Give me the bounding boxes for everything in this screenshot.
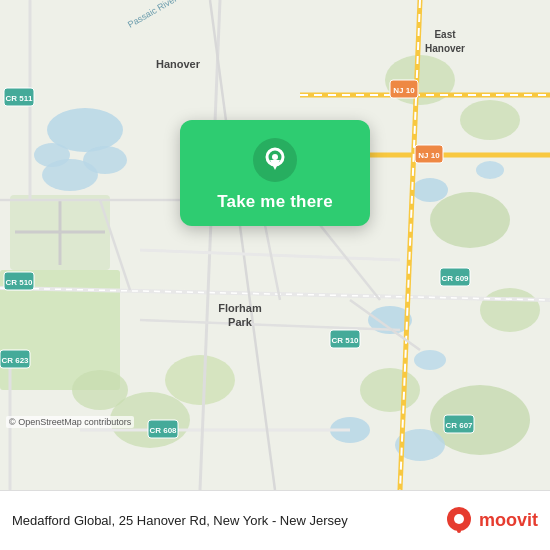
svg-text:Hanover: Hanover: [425, 43, 465, 54]
svg-point-72: [454, 514, 464, 524]
svg-point-18: [412, 178, 448, 202]
svg-text:NJ 10: NJ 10: [393, 86, 415, 95]
svg-point-69: [272, 154, 278, 160]
svg-text:Florham: Florham: [218, 302, 262, 314]
svg-text:East: East: [434, 29, 456, 40]
map-container: CR 511 CR 510 NJ 10 NJ 10 CR 609 CR 510 …: [0, 0, 550, 490]
take-me-there-button[interactable]: Take me there: [217, 192, 333, 212]
svg-point-17: [72, 370, 128, 410]
osm-attribution: © OpenStreetMap contributors: [6, 416, 134, 428]
svg-text:CR 609: CR 609: [441, 274, 469, 283]
svg-text:CR 510: CR 510: [331, 336, 359, 345]
svg-text:CR 511: CR 511: [5, 94, 33, 103]
moovit-text: moovit: [479, 510, 538, 531]
moovit-bus-icon: [443, 505, 475, 537]
bottom-bar: Medafford Global, 25 Hanover Rd, New Yor…: [0, 490, 550, 550]
svg-point-11: [430, 192, 510, 248]
svg-text:Hanover: Hanover: [156, 58, 201, 70]
svg-point-12: [480, 288, 540, 332]
svg-text:CR 608: CR 608: [149, 426, 177, 435]
svg-point-21: [414, 350, 446, 370]
svg-text:Park: Park: [228, 316, 253, 328]
svg-point-14: [360, 368, 420, 412]
address-text: Medafford Global, 25 Hanover Rd, New Yor…: [12, 513, 443, 528]
svg-text:CR 607: CR 607: [445, 421, 473, 430]
svg-text:CR 510: CR 510: [5, 278, 33, 287]
location-card: Take me there: [180, 120, 370, 226]
svg-point-4: [42, 159, 98, 191]
svg-point-19: [476, 161, 504, 179]
svg-text:NJ 10: NJ 10: [418, 151, 440, 160]
svg-point-10: [460, 100, 520, 140]
svg-text:CR 623: CR 623: [1, 356, 29, 365]
svg-point-15: [165, 355, 235, 405]
svg-rect-73: [457, 527, 461, 533]
location-pin-icon: [253, 138, 297, 182]
moovit-logo: moovit: [443, 505, 538, 537]
